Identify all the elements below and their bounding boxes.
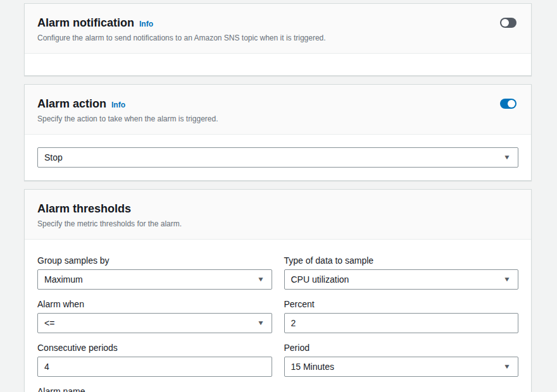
data-type-value: CPU utilization	[291, 274, 349, 285]
alarm-action-select[interactable]: Stop ▼	[37, 147, 518, 168]
alarm-when-select[interactable]: <= ▼	[37, 313, 272, 333]
percent-input[interactable]	[284, 313, 519, 333]
consecutive-periods-field: Consecutive periods	[37, 342, 272, 377]
alarm-thresholds-header: Alarm thresholds Specify the metric thre…	[25, 190, 531, 240]
group-samples-by-select[interactable]: Maximum ▼	[37, 269, 272, 290]
period-value: 15 Minutes	[291, 362, 334, 372]
alarm-notification-header: Alarm notification Info Configure the al…	[25, 4, 531, 54]
caret-down-icon: ▼	[503, 364, 511, 370]
percent-field: Percent	[284, 298, 519, 333]
caret-down-icon: ▼	[503, 154, 511, 161]
toggle-knob-icon	[501, 19, 509, 27]
alarm-notification-toggle[interactable]	[500, 18, 516, 28]
group-samples-by-label: Group samples by	[37, 255, 272, 266]
group-samples-by-field: Group samples by Maximum ▼	[37, 255, 272, 290]
alarm-action-title: Alarm action	[37, 97, 106, 111]
data-type-select[interactable]: CPU utilization ▼	[284, 269, 519, 290]
alarm-action-info-link[interactable]: Info	[111, 101, 125, 109]
alarm-when-label: Alarm when	[37, 298, 272, 310]
caret-down-icon: ▼	[257, 276, 265, 283]
alarm-action-description: Specify the action to take when the alar…	[37, 114, 518, 124]
group-samples-by-value: Maximum	[44, 274, 83, 285]
data-type-field: Type of data to sample CPU utilization ▼	[284, 255, 519, 290]
alarm-thresholds-title: Alarm thresholds	[37, 202, 131, 216]
alarm-notification-description: Configure the alarm to send notification…	[37, 33, 518, 43]
alarm-action-body: Stop ▼	[25, 135, 531, 180]
toggle-knob-icon	[508, 100, 515, 107]
period-select[interactable]: 15 Minutes ▼	[284, 357, 519, 377]
alarm-notification-title: Alarm notification	[37, 16, 134, 30]
alarm-notification-card: Alarm notification Info Configure the al…	[24, 3, 532, 76]
period-field: Period 15 Minutes ▼	[284, 342, 519, 377]
alarm-thresholds-card: Alarm thresholds Specify the metric thre…	[24, 189, 532, 392]
alarm-notification-body	[25, 54, 531, 75]
caret-down-icon: ▼	[257, 320, 265, 326]
alarm-notification-info-link[interactable]: Info	[139, 20, 153, 28]
period-label: Period	[284, 342, 519, 353]
percent-label: Percent	[284, 298, 519, 310]
data-type-label: Type of data to sample	[284, 255, 519, 266]
alarm-action-header: Alarm action Info Specify the action to …	[25, 85, 531, 135]
alarm-settings-page: Alarm notification Info Configure the al…	[0, 0, 557, 392]
alarm-action-card: Alarm action Info Specify the action to …	[24, 84, 532, 181]
consecutive-periods-label: Consecutive periods	[37, 342, 272, 353]
alarm-thresholds-body: Group samples by Maximum ▼ Type of data …	[25, 240, 531, 392]
alarm-action-toggle[interactable]	[500, 99, 516, 109]
alarm-name-label: Alarm name	[37, 386, 272, 392]
alarm-action-select-value: Stop	[44, 152, 63, 162]
alarm-name-field: Alarm name	[37, 386, 272, 392]
alarm-when-field: Alarm when <= ▼	[37, 298, 272, 333]
consecutive-periods-input[interactable]	[37, 357, 272, 377]
alarm-when-value: <=	[44, 318, 54, 328]
alarm-thresholds-description: Specify the metric thresholds for the al…	[37, 219, 518, 229]
page: { "cards": [ { "title": "Alarm notificat…	[0, 0, 557, 392]
caret-down-icon: ▼	[503, 276, 511, 283]
